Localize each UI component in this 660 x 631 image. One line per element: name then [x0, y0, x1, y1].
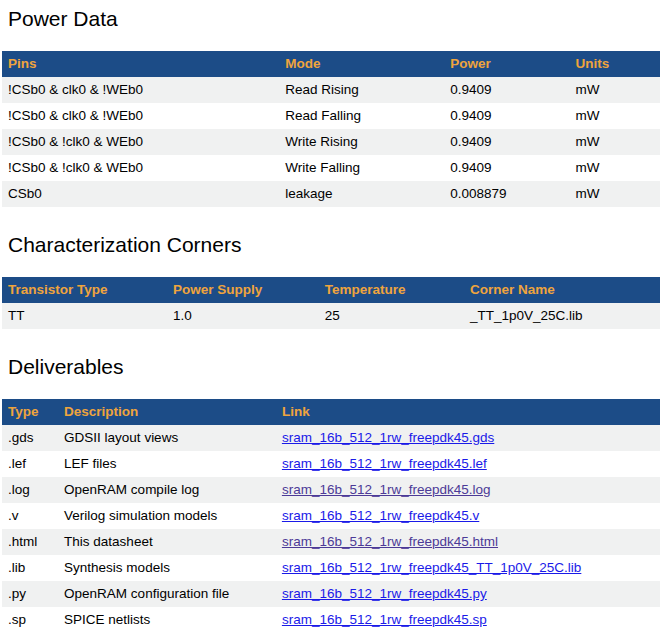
table-cell: 25 — [319, 303, 464, 329]
column-header: Temperature — [319, 277, 464, 303]
link-cell: sram_16b_512_1rw_freepdk45_TT_1p0V_25C.l… — [276, 555, 660, 581]
column-header: Transistor Type — [2, 277, 167, 303]
table-cell: .lef — [2, 451, 58, 477]
table-cell: 0.9409 — [444, 103, 569, 129]
link-cell: sram_16b_512_1rw_freepdk45.gds — [276, 425, 660, 451]
column-header: Mode — [279, 51, 444, 77]
table-cell: Verilog simulation models — [58, 503, 276, 529]
file-link[interactable]: sram_16b_512_1rw_freepdk45.sp — [282, 612, 487, 627]
table-cell: Write Rising — [279, 129, 444, 155]
table-header-row: PinsModePowerUnits — [2, 51, 660, 77]
table-cell: !CSb0 & clk0 & !WEb0 — [2, 103, 279, 129]
table-cell: .v — [2, 503, 58, 529]
table-row: .lefLEF filessram_16b_512_1rw_freepdk45.… — [2, 451, 660, 477]
file-link[interactable]: sram_16b_512_1rw_freepdk45.gds — [282, 430, 494, 445]
column-header: Description — [58, 399, 276, 425]
deliverables-heading: Deliverables — [8, 355, 660, 379]
table-cell: OpenRAM configuration file — [58, 581, 276, 607]
table-cell: 0.9409 — [444, 129, 569, 155]
column-header: Link — [276, 399, 660, 425]
deliverables-table: TypeDescriptionLink.gdsGDSII layout view… — [2, 399, 660, 631]
table-cell: !CSb0 & !clk0 & WEb0 — [2, 155, 279, 181]
characterization-corners-heading: Characterization Corners — [8, 233, 660, 257]
table-row: .logOpenRAM compile logsram_16b_512_1rw_… — [2, 477, 660, 503]
table-row: .vVerilog simulation modelssram_16b_512_… — [2, 503, 660, 529]
table-cell: 0.9409 — [444, 77, 569, 103]
file-link[interactable]: sram_16b_512_1rw_freepdk45.lef — [282, 456, 487, 471]
table-cell: mW — [570, 181, 660, 207]
file-link[interactable]: sram_16b_512_1rw_freepdk45.log — [282, 482, 491, 497]
table-cell: CSb0 — [2, 181, 279, 207]
link-cell: sram_16b_512_1rw_freepdk45.html — [276, 529, 660, 555]
link-cell: sram_16b_512_1rw_freepdk45.lef — [276, 451, 660, 477]
table-cell: .py — [2, 581, 58, 607]
file-link[interactable]: sram_16b_512_1rw_freepdk45.v — [282, 508, 479, 523]
table-cell: Read Falling — [279, 103, 444, 129]
table-cell: .html — [2, 529, 58, 555]
table-row: TT1.025_TT_1p0V_25C.lib — [2, 303, 660, 329]
table-cell: Write Falling — [279, 155, 444, 181]
table-row: !CSb0 & !clk0 & WEb0Write Rising0.9409mW — [2, 129, 660, 155]
link-cell: sram_16b_512_1rw_freepdk45.sp — [276, 607, 660, 631]
column-header: Power — [444, 51, 569, 77]
table-cell: GDSII layout views — [58, 425, 276, 451]
table-row: .gdsGDSII layout viewssram_16b_512_1rw_f… — [2, 425, 660, 451]
table-cell: mW — [570, 103, 660, 129]
column-header: Corner Name — [464, 277, 660, 303]
table-cell: .log — [2, 477, 58, 503]
table-cell: leakage — [279, 181, 444, 207]
table-cell: Read Rising — [279, 77, 444, 103]
table-row: .htmlThis datasheetsram_16b_512_1rw_free… — [2, 529, 660, 555]
table-cell: !CSb0 & clk0 & !WEb0 — [2, 77, 279, 103]
section-power-data: Power Data PinsModePowerUnits!CSb0 & clk… — [2, 7, 660, 207]
table-row: .spSPICE netlistssram_16b_512_1rw_freepd… — [2, 607, 660, 631]
table-cell: 0.008879 — [444, 181, 569, 207]
table-cell: OpenRAM compile log — [58, 477, 276, 503]
table-cell: LEF files — [58, 451, 276, 477]
table-header-row: TypeDescriptionLink — [2, 399, 660, 425]
table-header-row: Transistor TypePower SupplyTemperatureCo… — [2, 277, 660, 303]
column-header: Units — [570, 51, 660, 77]
file-link[interactable]: sram_16b_512_1rw_freepdk45.html — [282, 534, 498, 549]
file-link[interactable]: sram_16b_512_1rw_freepdk45_TT_1p0V_25C.l… — [282, 560, 581, 575]
table-cell: TT — [2, 303, 167, 329]
file-link[interactable]: sram_16b_512_1rw_freepdk45.py — [282, 586, 487, 601]
table-cell: .sp — [2, 607, 58, 631]
table-row: !CSb0 & clk0 & !WEb0Read Rising0.9409mW — [2, 77, 660, 103]
table-row: .pyOpenRAM configuration filesram_16b_51… — [2, 581, 660, 607]
table-cell: 1.0 — [167, 303, 319, 329]
table-cell: Synthesis models — [58, 555, 276, 581]
characterization-corners-table: Transistor TypePower SupplyTemperatureCo… — [2, 277, 660, 329]
column-header: Power Supply — [167, 277, 319, 303]
table-row: !CSb0 & !clk0 & WEb0Write Falling0.9409m… — [2, 155, 660, 181]
table-cell: .gds — [2, 425, 58, 451]
table-cell: .lib — [2, 555, 58, 581]
section-deliverables: Deliverables TypeDescriptionLink.gdsGDSI… — [2, 355, 660, 631]
power-data-heading: Power Data — [8, 7, 660, 31]
table-cell: mW — [570, 77, 660, 103]
table-cell: !CSb0 & !clk0 & WEb0 — [2, 129, 279, 155]
section-characterization-corners: Characterization Corners Transistor Type… — [2, 233, 660, 329]
table-row: !CSb0 & clk0 & !WEb0Read Falling0.9409mW — [2, 103, 660, 129]
table-row: CSb0leakage0.008879mW — [2, 181, 660, 207]
link-cell: sram_16b_512_1rw_freepdk45.log — [276, 477, 660, 503]
table-row: .libSynthesis modelssram_16b_512_1rw_fre… — [2, 555, 660, 581]
column-header: Pins — [2, 51, 279, 77]
table-cell: SPICE netlists — [58, 607, 276, 631]
link-cell: sram_16b_512_1rw_freepdk45.v — [276, 503, 660, 529]
table-cell: 0.9409 — [444, 155, 569, 181]
table-cell: mW — [570, 155, 660, 181]
link-cell: sram_16b_512_1rw_freepdk45.py — [276, 581, 660, 607]
table-cell: _TT_1p0V_25C.lib — [464, 303, 660, 329]
power-data-table: PinsModePowerUnits!CSb0 & clk0 & !WEb0Re… — [2, 51, 660, 207]
column-header: Type — [2, 399, 58, 425]
table-cell: This datasheet — [58, 529, 276, 555]
table-cell: mW — [570, 129, 660, 155]
